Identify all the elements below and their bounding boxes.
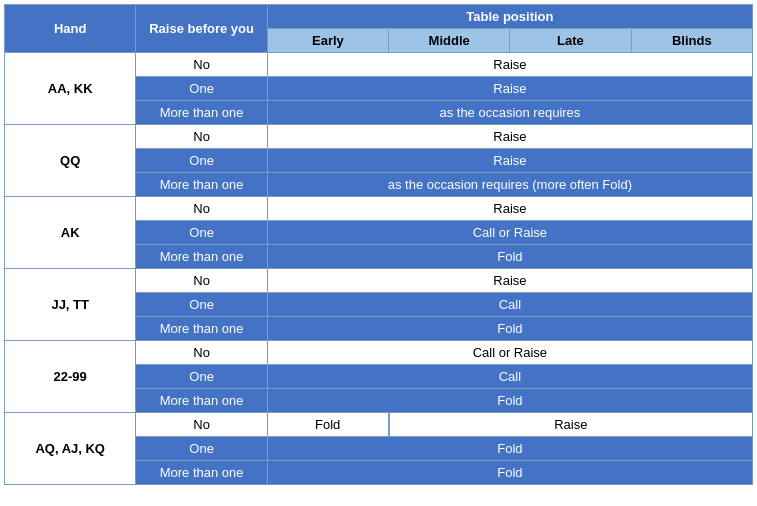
action-cell: Raise <box>267 149 752 173</box>
raise-header: Raise before you <box>136 5 267 53</box>
raise-cell: No <box>136 53 267 77</box>
raise-cell: More than one <box>136 317 267 341</box>
raise-cell: No <box>136 269 267 293</box>
action-cell: as the occasion requires (more often Fol… <box>267 173 752 197</box>
action-cell-early: Fold <box>267 413 388 437</box>
hand-label: AQ, AJ, KQ <box>5 413 136 485</box>
action-cell: Raise <box>267 53 752 77</box>
table-position-header: Table position <box>267 5 752 29</box>
late-header: Late <box>510 29 631 53</box>
raise-cell: More than one <box>136 389 267 413</box>
hand-label: 22-99 <box>5 341 136 413</box>
raise-cell: More than one <box>136 173 267 197</box>
raise-cell: One <box>136 77 267 101</box>
table-row: JJ, TT No Raise <box>5 269 753 293</box>
action-cell: Fold <box>267 461 752 485</box>
table-row: QQ No Raise <box>5 125 753 149</box>
raise-cell: One <box>136 365 267 389</box>
table-row: AQ, AJ, KQ No Fold Raise <box>5 413 753 437</box>
action-cell: Raise <box>267 197 752 221</box>
raise-cell: One <box>136 149 267 173</box>
blinds-header: Blinds <box>631 29 752 53</box>
raise-cell: More than one <box>136 461 267 485</box>
raise-cell: No <box>136 125 267 149</box>
raise-cell: No <box>136 341 267 365</box>
table-row: AK No Raise <box>5 197 753 221</box>
table-container: Hand Raise before you Table position Ear… <box>0 0 757 506</box>
middle-header: Middle <box>389 29 510 53</box>
hand-header: Hand <box>5 5 136 53</box>
hand-label: AK <box>5 197 136 269</box>
hand-label: JJ, TT <box>5 269 136 341</box>
action-cell: Raise <box>267 269 752 293</box>
raise-cell: No <box>136 413 267 437</box>
action-cell: Fold <box>267 317 752 341</box>
raise-cell: More than one <box>136 101 267 125</box>
action-cell: Fold <box>267 245 752 269</box>
raise-cell: One <box>136 437 267 461</box>
hand-label: QQ <box>5 125 136 197</box>
action-cell: Call or Raise <box>267 341 752 365</box>
raise-cell: One <box>136 221 267 245</box>
raise-cell: One <box>136 293 267 317</box>
action-cell: Fold <box>267 389 752 413</box>
action-cell: Call or Raise <box>267 221 752 245</box>
strategy-table: Hand Raise before you Table position Ear… <box>4 4 753 485</box>
action-cell: Raise <box>267 125 752 149</box>
action-cell: Call <box>267 293 752 317</box>
action-cell: as the occasion requires <box>267 101 752 125</box>
action-cell-rest: Raise <box>389 413 753 437</box>
raise-cell: More than one <box>136 245 267 269</box>
hand-label: AA, KK <box>5 53 136 125</box>
action-cell: Fold <box>267 437 752 461</box>
action-cell: Call <box>267 365 752 389</box>
action-cell: Raise <box>267 77 752 101</box>
table-row: AA, KK No Raise <box>5 53 753 77</box>
early-header: Early <box>267 29 388 53</box>
raise-cell: No <box>136 197 267 221</box>
table-row: 22-99 No Call or Raise <box>5 341 753 365</box>
